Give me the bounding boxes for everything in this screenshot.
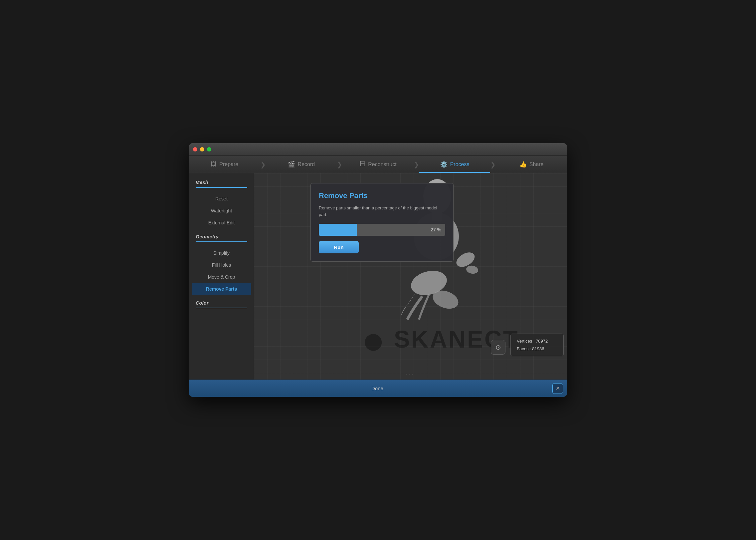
minimize-button[interactable] bbox=[200, 147, 204, 151]
section-color-title: Color bbox=[189, 300, 254, 308]
main-content: Mesh Reset Watertight External Edit Geom… bbox=[189, 173, 567, 380]
sidebar-item-external-edit[interactable]: External Edit bbox=[189, 217, 254, 229]
record-icon: 🎬 bbox=[288, 161, 295, 168]
camera-icon: ⊙ bbox=[495, 343, 501, 351]
run-button[interactable]: Run bbox=[319, 241, 359, 253]
arrow-4: ❯ bbox=[490, 156, 496, 173]
arrow-1: ❯ bbox=[260, 156, 266, 173]
tab-prepare-label: Prepare bbox=[219, 161, 238, 167]
svg-point-6 bbox=[466, 265, 479, 275]
vertices-row: Vertices : 78972 bbox=[517, 339, 557, 344]
tab-reconstruct[interactable]: 🎞 Reconstruct bbox=[342, 156, 414, 173]
sidebar-item-move-crop[interactable]: Move & Crop bbox=[189, 271, 254, 283]
vertices-value: 78972 bbox=[536, 339, 548, 344]
titlebar bbox=[189, 143, 567, 156]
tab-prepare[interactable]: 🖼 Prepare bbox=[189, 156, 260, 173]
slider-fill bbox=[319, 224, 357, 236]
faces-label: Faces : bbox=[517, 346, 531, 351]
percentage-slider[interactable]: 27 % bbox=[319, 224, 445, 236]
status-text: Done. bbox=[371, 386, 385, 391]
section-mesh: Mesh Reset Watertight External Edit bbox=[189, 180, 254, 229]
tab-process[interactable]: ⚙️ Process bbox=[419, 156, 490, 173]
sidebar-item-reset[interactable]: Reset bbox=[189, 193, 254, 205]
section-mesh-title: Mesh bbox=[189, 180, 254, 187]
maximize-button[interactable] bbox=[207, 147, 211, 151]
sidebar-item-simplify[interactable]: Simplify bbox=[189, 247, 254, 259]
camera-button[interactable]: ⊙ bbox=[491, 340, 505, 355]
more-indicator: ... bbox=[406, 369, 415, 376]
arrow-2: ❯ bbox=[337, 156, 342, 173]
mesh-divider bbox=[196, 187, 247, 188]
slider-value: 27 % bbox=[431, 227, 441, 232]
vertices-label: Vertices : bbox=[517, 339, 534, 344]
sidebar-item-fill-holes[interactable]: Fill Holes bbox=[189, 259, 254, 271]
tab-share[interactable]: 👍 Share bbox=[496, 156, 567, 173]
watermark-dot: ⬤ bbox=[364, 333, 383, 350]
color-divider bbox=[196, 308, 247, 308]
share-icon: 👍 bbox=[519, 161, 527, 168]
faces-row: Faces : 81986 bbox=[517, 346, 557, 351]
tab-process-label: Process bbox=[450, 161, 470, 167]
tab-share-label: Share bbox=[529, 161, 544, 167]
dialog-title: Remove Parts bbox=[319, 191, 445, 200]
traffic-lights bbox=[193, 147, 211, 151]
dialog-description: Remove parts smaller than a percentage o… bbox=[319, 205, 445, 218]
prepare-icon: 🖼 bbox=[211, 161, 217, 168]
tab-record-label: Record bbox=[298, 161, 315, 167]
process-icon: ⚙️ bbox=[440, 161, 448, 168]
arrow-3: ❯ bbox=[414, 156, 419, 173]
close-icon: ✕ bbox=[556, 385, 560, 392]
main-window: 🖼 Prepare ❯ 🎬 Record ❯ 🎞 Reconstruct ❯ ⚙… bbox=[189, 143, 567, 397]
tab-reconstruct-label: Reconstruct bbox=[368, 161, 396, 167]
sidebar: Mesh Reset Watertight External Edit Geom… bbox=[189, 173, 254, 380]
geometry-divider bbox=[196, 241, 247, 242]
section-geometry: Geometry Simplify Fill Holes Move & Crop… bbox=[189, 234, 254, 295]
remove-parts-dialog: Remove Parts Remove parts smaller than a… bbox=[310, 183, 454, 262]
section-color: Color bbox=[189, 300, 254, 308]
faces-value: 81986 bbox=[532, 346, 544, 351]
sidebar-item-watertight[interactable]: Watertight bbox=[189, 205, 254, 217]
sidebar-item-remove-parts[interactable]: Remove Parts bbox=[192, 283, 251, 295]
bottom-bar: Done. ✕ bbox=[189, 380, 567, 397]
stats-panel: Vertices : 78972 Faces : 81986 bbox=[510, 334, 564, 356]
close-button[interactable]: ✕ bbox=[552, 383, 563, 394]
reconstruct-icon: 🎞 bbox=[359, 161, 365, 168]
close-button[interactable] bbox=[193, 147, 197, 151]
section-geometry-title: Geometry bbox=[189, 234, 254, 241]
nav-tabs: 🖼 Prepare ❯ 🎬 Record ❯ 🎞 Reconstruct ❯ ⚙… bbox=[189, 156, 567, 173]
viewport: ⬤ SKANECT bbox=[254, 173, 567, 380]
tab-record[interactable]: 🎬 Record bbox=[266, 156, 337, 173]
